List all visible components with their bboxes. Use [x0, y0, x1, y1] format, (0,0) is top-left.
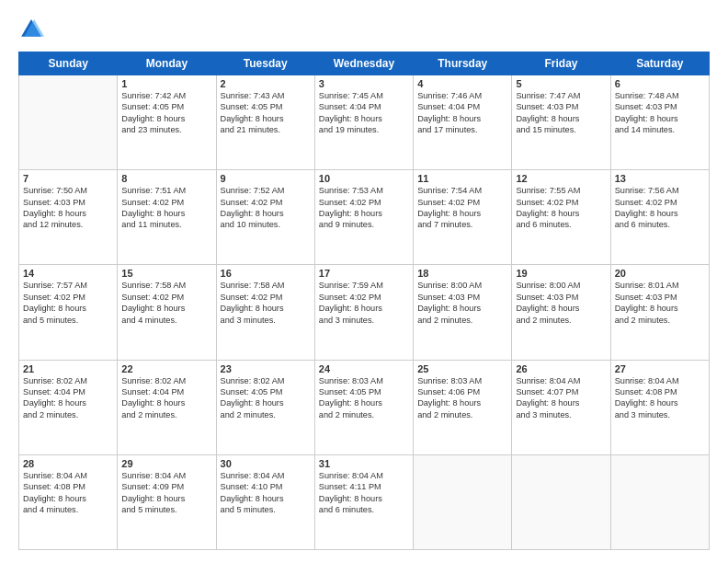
calendar-cell: 14Sunrise: 7:57 AM Sunset: 4:02 PM Dayli… [19, 265, 118, 360]
day-number: 10 [319, 173, 409, 184]
cell-info: Sunrise: 8:04 AM Sunset: 4:09 PM Dayligh… [121, 470, 211, 516]
calendar-cell: 7Sunrise: 7:50 AM Sunset: 4:03 PM Daylig… [19, 170, 118, 265]
day-number: 31 [319, 458, 409, 469]
calendar-cell: 18Sunrise: 8:00 AM Sunset: 4:03 PM Dayli… [414, 265, 512, 360]
calendar-cell: 16Sunrise: 7:58 AM Sunset: 4:02 PM Dayli… [216, 265, 314, 360]
cell-info: Sunrise: 7:52 AM Sunset: 4:02 PM Dayligh… [221, 185, 311, 231]
day-number: 1 [121, 78, 211, 89]
day-number: 6 [615, 78, 705, 89]
calendar-week-row: 7Sunrise: 7:50 AM Sunset: 4:03 PM Daylig… [19, 170, 710, 265]
cell-info: Sunrise: 8:02 AM Sunset: 4:04 PM Dayligh… [23, 375, 113, 421]
calendar-cell: 21Sunrise: 8:02 AM Sunset: 4:04 PM Dayli… [19, 360, 118, 454]
day-number: 14 [23, 268, 113, 279]
cell-info: Sunrise: 8:03 AM Sunset: 4:05 PM Dayligh… [319, 375, 409, 421]
calendar-cell: 24Sunrise: 8:03 AM Sunset: 4:05 PM Dayli… [314, 360, 413, 454]
calendar-cell [414, 454, 512, 549]
calendar-week-row: 14Sunrise: 7:57 AM Sunset: 4:02 PM Dayli… [19, 265, 710, 360]
calendar-cell: 25Sunrise: 8:03 AM Sunset: 4:06 PM Dayli… [414, 360, 512, 454]
day-number: 9 [221, 173, 311, 184]
calendar-cell: 2Sunrise: 7:43 AM Sunset: 4:05 PM Daylig… [216, 75, 314, 170]
page: SundayMondayTuesdayWednesdayThursdayFrid… [0, 0, 728, 563]
day-number: 28 [23, 458, 113, 469]
cell-info: Sunrise: 7:42 AM Sunset: 4:05 PM Dayligh… [121, 90, 211, 136]
day-number: 19 [516, 268, 606, 279]
cell-info: Sunrise: 8:02 AM Sunset: 4:04 PM Dayligh… [121, 375, 211, 421]
calendar-cell [512, 454, 610, 549]
weekday-header: Sunday [19, 52, 118, 75]
calendar-cell: 27Sunrise: 8:04 AM Sunset: 4:08 PM Dayli… [610, 360, 709, 454]
day-number: 30 [221, 458, 311, 469]
day-number: 11 [417, 173, 507, 184]
cell-info: Sunrise: 8:00 AM Sunset: 4:03 PM Dayligh… [417, 280, 507, 326]
calendar-week-row: 21Sunrise: 8:02 AM Sunset: 4:04 PM Dayli… [19, 360, 710, 454]
calendar-cell: 8Sunrise: 7:51 AM Sunset: 4:02 PM Daylig… [118, 170, 216, 265]
cell-info: Sunrise: 7:55 AM Sunset: 4:02 PM Dayligh… [516, 185, 606, 231]
day-number: 23 [221, 363, 311, 374]
day-number: 16 [221, 268, 311, 279]
calendar-cell: 5Sunrise: 7:47 AM Sunset: 4:03 PM Daylig… [512, 75, 610, 170]
cell-info: Sunrise: 7:59 AM Sunset: 4:02 PM Dayligh… [319, 280, 409, 326]
cell-info: Sunrise: 7:47 AM Sunset: 4:03 PM Dayligh… [516, 90, 606, 136]
calendar-cell: 4Sunrise: 7:46 AM Sunset: 4:04 PM Daylig… [414, 75, 512, 170]
day-number: 7 [23, 173, 113, 184]
calendar-table: SundayMondayTuesdayWednesdayThursdayFrid… [18, 52, 710, 550]
cell-info: Sunrise: 8:04 AM Sunset: 4:08 PM Dayligh… [615, 375, 705, 421]
day-number: 25 [417, 363, 507, 374]
day-number: 27 [615, 363, 705, 374]
cell-info: Sunrise: 8:04 AM Sunset: 4:08 PM Dayligh… [23, 470, 113, 516]
day-number: 5 [516, 78, 606, 89]
cell-info: Sunrise: 7:58 AM Sunset: 4:02 PM Dayligh… [221, 280, 311, 326]
calendar-cell: 1Sunrise: 7:42 AM Sunset: 4:05 PM Daylig… [118, 75, 216, 170]
day-number: 2 [221, 78, 311, 89]
logo-icon [18, 17, 44, 42]
header [18, 17, 710, 42]
calendar-cell: 28Sunrise: 8:04 AM Sunset: 4:08 PM Dayli… [19, 454, 118, 549]
cell-info: Sunrise: 7:53 AM Sunset: 4:02 PM Dayligh… [319, 185, 409, 231]
day-number: 21 [23, 363, 113, 374]
cell-info: Sunrise: 8:04 AM Sunset: 4:11 PM Dayligh… [319, 470, 409, 516]
cell-info: Sunrise: 8:01 AM Sunset: 4:03 PM Dayligh… [615, 280, 705, 326]
calendar-cell: 9Sunrise: 7:52 AM Sunset: 4:02 PM Daylig… [216, 170, 314, 265]
calendar-cell: 11Sunrise: 7:54 AM Sunset: 4:02 PM Dayli… [414, 170, 512, 265]
cell-info: Sunrise: 7:58 AM Sunset: 4:02 PM Dayligh… [121, 280, 211, 326]
day-number: 4 [417, 78, 507, 89]
day-number: 20 [615, 268, 705, 279]
day-number: 13 [615, 173, 705, 184]
cell-info: Sunrise: 8:02 AM Sunset: 4:05 PM Dayligh… [221, 375, 311, 421]
day-number: 3 [319, 78, 409, 89]
calendar-cell: 10Sunrise: 7:53 AM Sunset: 4:02 PM Dayli… [314, 170, 413, 265]
calendar-cell: 12Sunrise: 7:55 AM Sunset: 4:02 PM Dayli… [512, 170, 610, 265]
cell-info: Sunrise: 7:50 AM Sunset: 4:03 PM Dayligh… [23, 185, 113, 231]
day-number: 12 [516, 173, 606, 184]
cell-info: Sunrise: 8:04 AM Sunset: 4:10 PM Dayligh… [221, 470, 311, 516]
weekday-header: Thursday [414, 52, 512, 75]
day-number: 8 [121, 173, 211, 184]
cell-info: Sunrise: 7:48 AM Sunset: 4:03 PM Dayligh… [615, 90, 705, 136]
weekday-header: Saturday [610, 52, 709, 75]
calendar-cell: 22Sunrise: 8:02 AM Sunset: 4:04 PM Dayli… [118, 360, 216, 454]
cell-info: Sunrise: 7:43 AM Sunset: 4:05 PM Dayligh… [221, 90, 311, 136]
calendar-cell [19, 75, 118, 170]
calendar-cell: 15Sunrise: 7:58 AM Sunset: 4:02 PM Dayli… [118, 265, 216, 360]
cell-info: Sunrise: 7:51 AM Sunset: 4:02 PM Dayligh… [121, 185, 211, 231]
day-number: 22 [121, 363, 211, 374]
day-number: 15 [121, 268, 211, 279]
day-number: 26 [516, 363, 606, 374]
weekday-header: Wednesday [314, 52, 413, 75]
weekday-header: Tuesday [216, 52, 314, 75]
weekday-header: Monday [118, 52, 216, 75]
weekday-header: Friday [512, 52, 610, 75]
calendar-cell: 17Sunrise: 7:59 AM Sunset: 4:02 PM Dayli… [314, 265, 413, 360]
calendar-cell: 29Sunrise: 8:04 AM Sunset: 4:09 PM Dayli… [118, 454, 216, 549]
calendar-cell: 13Sunrise: 7:56 AM Sunset: 4:02 PM Dayli… [610, 170, 709, 265]
calendar-cell: 31Sunrise: 8:04 AM Sunset: 4:11 PM Dayli… [314, 454, 413, 549]
cell-info: Sunrise: 8:00 AM Sunset: 4:03 PM Dayligh… [516, 280, 606, 326]
logo [18, 17, 48, 42]
calendar-cell: 6Sunrise: 7:48 AM Sunset: 4:03 PM Daylig… [610, 75, 709, 170]
cell-info: Sunrise: 7:45 AM Sunset: 4:04 PM Dayligh… [319, 90, 409, 136]
calendar-cell [610, 454, 709, 549]
cell-info: Sunrise: 7:56 AM Sunset: 4:02 PM Dayligh… [615, 185, 705, 231]
cell-info: Sunrise: 7:57 AM Sunset: 4:02 PM Dayligh… [23, 280, 113, 326]
day-number: 24 [319, 363, 409, 374]
cell-info: Sunrise: 8:04 AM Sunset: 4:07 PM Dayligh… [516, 375, 606, 421]
